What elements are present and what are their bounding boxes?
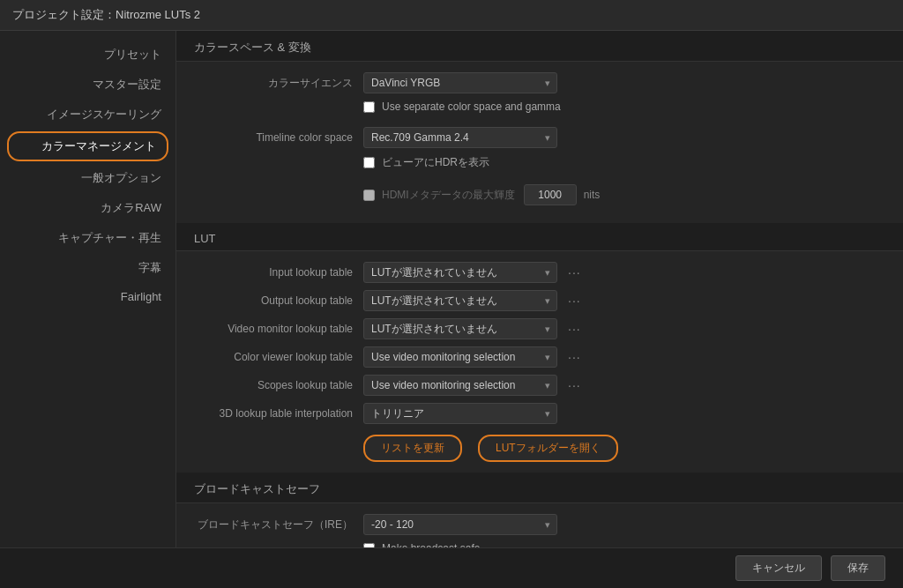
lut-row-video-monitor: Video monitor lookup tableLUTが選択されていません·… <box>194 318 885 339</box>
sidebar-item-presets[interactable]: プリセット <box>0 40 175 70</box>
cancel-button[interactable]: キャンセル <box>735 555 822 581</box>
broadcast-ire-control: -20 - 120 <box>363 514 885 535</box>
separate-color-checkbox[interactable] <box>363 101 375 113</box>
lut-title: LUT <box>194 232 216 245</box>
lut-row-scopes: Scopes lookup tableUse video monitoring … <box>194 375 885 396</box>
lut-row-color-viewer: Color viewer lookup tableUse video monit… <box>194 346 885 368</box>
color-science-control: DaVinci YRGB <box>363 72 885 93</box>
hdr-row: ビューアにHDRを表示 <box>363 155 885 177</box>
timeline-color-select[interactable]: Rec.709 Gamma 2.4 <box>363 127 557 148</box>
lut-buttons: リストを更新 LUTフォルダーを開く <box>363 435 885 462</box>
broadcast-title: ブロードキャストセーフ <box>194 482 320 495</box>
lut-select-wrapper-input[interactable]: LUTが選択されていません <box>363 262 557 283</box>
lut-control-scopes: Use video monitoring selection··· <box>363 375 885 396</box>
hdmi-row: HDMIメタデータの最大輝度 nits <box>363 184 885 212</box>
broadcast-body: ブロードキャストセーフ（IRE） -20 - 120 Make broadcas… <box>176 503 903 547</box>
color-space-body: カラーサイエンス DaVinci YRGB Use separate color… <box>176 62 903 223</box>
lut-dots-video-monitor[interactable]: ··· <box>563 320 586 338</box>
content-area: カラースペース & 変換 カラーサイエンス DaVinci YRGB <box>176 31 903 547</box>
lut-label-scopes: Scopes lookup table <box>194 379 353 391</box>
lut-dots-input[interactable]: ··· <box>563 264 586 281</box>
sidebar-item-master[interactable]: マスター設定 <box>0 70 175 100</box>
sidebar-item-capture-playback[interactable]: キャプチャー・再生 <box>0 223 175 253</box>
lut-select-wrapper-scopes[interactable]: Use video monitoring selection <box>363 375 557 396</box>
separate-color-row: Use separate color space and gamma <box>363 100 885 120</box>
lut-label-output: Output lookup table <box>194 294 353 307</box>
lut-row-3d-interpolation: 3D lookup lable interpolationトリリニア <box>194 403 885 424</box>
lut-header: LUT <box>176 223 903 251</box>
nits-label: nits <box>584 189 601 201</box>
hdr-label: ビューアにHDRを表示 <box>382 155 489 170</box>
lut-select-output[interactable]: LUTが選択されていません <box>363 290 557 311</box>
separate-color-checkbox-row: Use separate color space and gamma <box>363 100 561 113</box>
timeline-color-control: Rec.709 Gamma 2.4 <box>363 127 885 148</box>
lut-row-output: Output lookup tableLUTが選択されていません··· <box>194 290 885 311</box>
lut-select-wrapper-color-viewer[interactable]: Use video monitoring selection <box>363 346 557 368</box>
lut-row-input: Input lookup tableLUTが選択されていません··· <box>194 262 885 283</box>
hdr-checkbox-row: ビューアにHDRを表示 <box>363 155 489 170</box>
broadcast-ire-select[interactable]: -20 - 120 <box>363 514 557 535</box>
color-science-select-wrapper[interactable]: DaVinci YRGB <box>363 72 557 93</box>
lut-control-color-viewer: Use video monitoring selection··· <box>363 346 885 368</box>
save-button[interactable]: 保存 <box>831 555 885 581</box>
timeline-color-select-wrapper[interactable]: Rec.709 Gamma 2.4 <box>363 127 557 148</box>
color-space-section: カラースペース & 変換 カラーサイエンス DaVinci YRGB <box>176 31 903 223</box>
lut-select-video-monitor[interactable]: LUTが選択されていません <box>363 318 557 339</box>
lut-select-wrapper-output[interactable]: LUTが選択されていません <box>363 290 557 311</box>
lut-dots-output[interactable]: ··· <box>563 292 586 309</box>
lut-body: Input lookup tableLUTが選択されていません···Output… <box>176 251 903 473</box>
window-title: プロジェクト設定：Nitrozme LUTs 2 <box>12 8 200 21</box>
sidebar-item-image-scaling[interactable]: イメージスケーリング <box>0 100 175 130</box>
lut-dots-color-viewer[interactable]: ··· <box>563 348 586 366</box>
lut-dots-scopes[interactable]: ··· <box>563 376 586 394</box>
sidebar-item-color-management[interactable]: カラーマネージメント <box>7 131 168 161</box>
timeline-color-label: Timeline color space <box>194 131 353 144</box>
broadcast-header: ブロードキャストセーフ <box>176 473 903 503</box>
hdmi-checkbox-row: HDMIメタデータの最大輝度 nits <box>363 184 600 205</box>
lut-label-color-viewer: Color viewer lookup table <box>194 351 353 363</box>
lut-select-3d-interpolation[interactable]: トリリニア <box>363 403 557 424</box>
lut-control-3d-interpolation: トリリニア <box>363 403 885 424</box>
color-science-row: カラーサイエンス DaVinci YRGB <box>194 72 885 93</box>
lut-control-video-monitor: LUTが選択されていません··· <box>363 318 885 339</box>
lut-section: LUT Input lookup tableLUTが選択されていません···Ou… <box>176 223 903 473</box>
sidebar-item-fairlight[interactable]: Fairlight <box>0 283 175 310</box>
sidebar-item-camera-raw[interactable]: カメラRAW <box>0 193 175 223</box>
lut-select-wrapper-3d-interpolation[interactable]: トリリニア <box>363 403 557 424</box>
lut-label-input: Input lookup table <box>194 266 353 279</box>
broadcast-ire-select-wrapper[interactable]: -20 - 120 <box>363 514 557 535</box>
lut-select-input[interactable]: LUTが選択されていません <box>363 262 557 283</box>
title-bar: プロジェクト設定：Nitrozme LUTs 2 <box>0 0 903 31</box>
color-science-label: カラーサイエンス <box>194 76 353 91</box>
color-space-title: カラースペース & 変換 <box>194 41 311 54</box>
lut-select-wrapper-video-monitor[interactable]: LUTが選択されていません <box>363 318 557 339</box>
lut-control-output: LUTが選択されていません··· <box>363 290 885 311</box>
color-science-select[interactable]: DaVinci YRGB <box>363 72 557 93</box>
broadcast-ire-row: ブロードキャストセーフ（IRE） -20 - 120 <box>194 514 885 535</box>
open-folder-button[interactable]: LUTフォルダーを開く <box>478 435 618 462</box>
hdmi-value-input[interactable] <box>524 184 577 205</box>
separate-color-label: Use separate color space and gamma <box>382 100 561 113</box>
broadcast-section: ブロードキャストセーフ ブロードキャストセーフ（IRE） -20 - 120 <box>176 473 903 547</box>
hdmi-label: HDMIメタデータの最大輝度 <box>382 188 515 203</box>
sidebar-item-subtitles[interactable]: 字幕 <box>0 253 175 283</box>
color-space-header: カラースペース & 変換 <box>176 31 903 62</box>
lut-control-input: LUTが選択されていません··· <box>363 262 885 283</box>
sidebar: プリセットマスター設定イメージスケーリングカラーマネージメント一般オプションカメ… <box>0 31 176 547</box>
hdmi-checkbox[interactable] <box>363 190 375 201</box>
timeline-color-row: Timeline color space Rec.709 Gamma 2.4 <box>194 127 885 148</box>
update-list-button[interactable]: リストを更新 <box>363 435 462 462</box>
lut-label-3d-interpolation: 3D lookup lable interpolation <box>194 407 353 420</box>
hdr-checkbox[interactable] <box>363 157 375 168</box>
lut-label-video-monitor: Video monitor lookup table <box>194 323 353 335</box>
footer-bar: キャンセル 保存 <box>0 547 903 588</box>
lut-select-color-viewer[interactable]: Use video monitoring selection <box>363 346 557 368</box>
lut-select-scopes[interactable]: Use video monitoring selection <box>363 375 557 396</box>
broadcast-ire-label: ブロードキャストセーフ（IRE） <box>194 517 353 532</box>
sidebar-item-general-options[interactable]: 一般オプション <box>0 163 175 193</box>
